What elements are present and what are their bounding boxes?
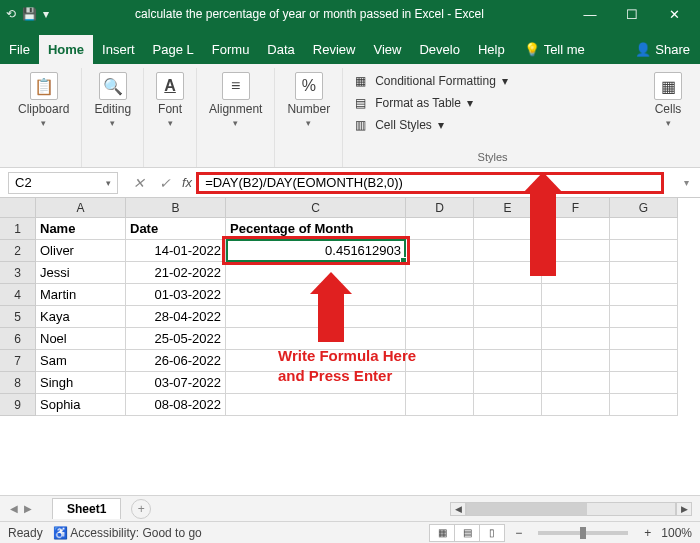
font-button[interactable]: A Font ▾ [154,70,186,130]
cell[interactable] [610,372,678,394]
column-headers[interactable]: ABCDEFG [36,198,678,218]
cell[interactable] [474,372,542,394]
cell[interactable] [474,350,542,372]
cells-button[interactable]: ▦ Cells ▾ [652,70,684,130]
cell[interactable] [406,372,474,394]
cell[interactable] [474,284,542,306]
maximize-button[interactable]: ☐ [612,0,652,28]
tab-review[interactable]: Review [304,35,365,64]
cell[interactable]: Name [36,218,126,240]
cell[interactable] [406,284,474,306]
cell[interactable] [474,394,542,416]
cell[interactable]: 26-06-2022 [126,350,226,372]
cell[interactable]: Noel [36,328,126,350]
number-button[interactable]: % Number ▾ [285,70,332,130]
cell[interactable] [406,306,474,328]
row-header-7[interactable]: 7 [0,350,36,372]
cell[interactable] [406,328,474,350]
scroll-left-button[interactable]: ◀ [450,502,466,516]
cell[interactable] [406,218,474,240]
tab-formulas[interactable]: Formu [203,35,259,64]
cell[interactable] [226,394,406,416]
tell-me[interactable]: 💡Tell me [514,35,595,64]
cell[interactable]: Oliver [36,240,126,262]
cell-styles-button[interactable]: ▥Cell Styles ▾ [351,114,634,136]
cell[interactable] [474,328,542,350]
zoom-level[interactable]: 100% [661,526,692,540]
cell[interactable]: 28-04-2022 [126,306,226,328]
chevron-down-icon[interactable]: ▾ [106,178,111,188]
cell[interactable] [474,306,542,328]
tab-view[interactable]: View [364,35,410,64]
cell[interactable] [610,240,678,262]
cell[interactable]: Singh [36,372,126,394]
cell[interactable]: Sam [36,350,126,372]
expand-formula-bar-button[interactable]: ▾ [684,177,700,188]
tab-developer[interactable]: Develo [410,35,468,64]
share-button[interactable]: 👤Share [625,35,700,64]
cell[interactable]: 08-08-2022 [126,394,226,416]
tab-pagelayout[interactable]: Page L [144,35,203,64]
cell[interactable] [542,350,610,372]
scroll-right-button[interactable]: ▶ [676,502,692,516]
cell[interactable]: 25-05-2022 [126,328,226,350]
horizontal-scrollbar[interactable]: ◀ ▶ [151,502,700,516]
zoom-slider[interactable] [538,531,628,535]
tab-insert[interactable]: Insert [93,35,144,64]
cell[interactable]: Pecentage of Month [226,218,406,240]
cell[interactable]: Sophia [36,394,126,416]
alignment-button[interactable]: ≡ Alignment ▾ [207,70,264,130]
row-headers[interactable]: 123456789 [0,218,36,416]
clipboard-button[interactable]: 📋 Clipboard ▾ [16,70,71,130]
page-break-view-button[interactable]: ▯ [479,524,505,542]
sheet-tab-sheet1[interactable]: Sheet1 [52,498,121,519]
tab-file[interactable]: File [0,35,39,64]
sheet-nav[interactable]: ◀▶ [0,503,42,514]
cell[interactable] [542,284,610,306]
cell[interactable]: 03-07-2022 [126,372,226,394]
new-sheet-button[interactable]: + [131,499,151,519]
col-header-B[interactable]: B [126,198,226,218]
zoom-out-button[interactable]: − [515,526,522,540]
tab-home[interactable]: Home [39,35,93,64]
row-header-3[interactable]: 3 [0,262,36,284]
cell[interactable] [542,328,610,350]
cell[interactable]: 21-02-2022 [126,262,226,284]
cell[interactable] [610,350,678,372]
formula-input[interactable]: =DAY(B2)/DAY(EOMONTH(B2,0)) [196,172,664,194]
cell[interactable]: 14-01-2022 [126,240,226,262]
row-header-9[interactable]: 9 [0,394,36,416]
cell[interactable] [610,218,678,240]
save-icon[interactable]: 💾 [22,7,37,21]
row-header-2[interactable]: 2 [0,240,36,262]
cell[interactable]: Date [126,218,226,240]
cell[interactable] [610,284,678,306]
cell[interactable] [406,394,474,416]
row-header-6[interactable]: 6 [0,328,36,350]
qat-dropdown-icon[interactable]: ▾ [43,7,49,21]
row-header-1[interactable]: 1 [0,218,36,240]
cell[interactable] [610,394,678,416]
format-as-table-button[interactable]: ▤Format as Table ▾ [351,92,634,114]
normal-view-button[interactable]: ▦ [429,524,455,542]
cells-area[interactable]: NameDatePecentage of MonthOliver14-01-20… [36,218,678,416]
sheet-nav-next-icon[interactable]: ▶ [24,503,32,514]
cell[interactable] [610,306,678,328]
cell[interactable] [610,262,678,284]
tab-help[interactable]: Help [469,35,514,64]
cell[interactable] [406,350,474,372]
scroll-thumb[interactable] [467,503,587,515]
tab-data[interactable]: Data [258,35,303,64]
minimize-button[interactable]: — [570,0,610,28]
fill-handle[interactable] [400,257,407,264]
cell[interactable] [406,240,474,262]
cell[interactable]: Kaya [36,306,126,328]
row-header-5[interactable]: 5 [0,306,36,328]
enter-formula-button[interactable]: ✓ [152,175,178,191]
zoom-handle[interactable] [580,527,586,539]
cell[interactable] [542,372,610,394]
page-layout-view-button[interactable]: ▤ [454,524,480,542]
cell[interactable]: 0.451612903 [226,240,406,262]
cell[interactable] [542,306,610,328]
sheet-nav-prev-icon[interactable]: ◀ [10,503,18,514]
